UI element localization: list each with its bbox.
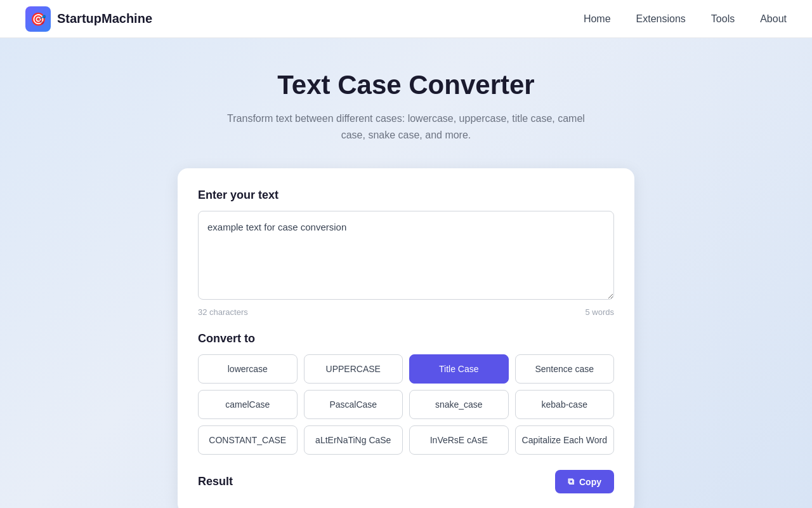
page-title: Text Case Converter — [13, 70, 799, 100]
btn-kebabcase[interactable]: kebab-case — [515, 390, 615, 419]
char-count: 32 characters — [198, 307, 248, 317]
result-title: Result — [198, 475, 233, 488]
hero-section: Text Case Converter Transform text betwe… — [0, 38, 812, 168]
btn-lowercase[interactable]: lowercase — [198, 354, 298, 384]
btn-capitalizewords[interactable]: Capitalize Each Word — [515, 425, 615, 455]
btn-constantcase[interactable]: CONSTANT_CASE — [198, 425, 298, 455]
btn-camelcase[interactable]: camelCase — [198, 390, 298, 419]
btn-alternatingcase[interactable]: aLtErNaTiNg CaSe — [304, 425, 403, 455]
nav-links: Home Extensions Tools About — [584, 13, 787, 25]
convert-grid: lowercase UPPERCASE Title Case Sentence … — [198, 354, 614, 455]
input-section: Enter your text example text for case co… — [198, 189, 614, 317]
copy-label: Copy — [579, 477, 601, 487]
navbar: 🎯 StartupMachine Home Extensions Tools A… — [0, 0, 812, 38]
copy-icon: ⧉ — [568, 476, 574, 487]
nav-tools[interactable]: Tools — [711, 13, 735, 24]
btn-snakecase[interactable]: snake_case — [409, 390, 509, 419]
word-count: 5 words — [585, 307, 614, 317]
convert-section: Convert to lowercase UPPERCASE Title Cas… — [198, 332, 614, 455]
result-section: Result ⧉ Copy — [198, 470, 614, 493]
btn-titlecase[interactable]: Title Case — [409, 354, 509, 384]
copy-button[interactable]: ⧉ Copy — [555, 470, 614, 493]
text-input[interactable]: example text for case conversion — [198, 211, 614, 300]
main-card: Enter your text example text for case co… — [178, 168, 634, 508]
btn-uppercase[interactable]: UPPERCASE — [304, 354, 403, 384]
nav-home[interactable]: Home — [584, 13, 611, 24]
stats-row: 32 characters 5 words — [198, 307, 614, 317]
convert-section-title: Convert to — [198, 332, 614, 345]
btn-pascalcase[interactable]: PascalCase — [304, 390, 403, 419]
btn-inversecase[interactable]: InVeRsE cAsE — [409, 425, 509, 455]
logo-text: StartupMachine — [57, 11, 152, 26]
btn-sentencecase[interactable]: Sentence case — [515, 354, 615, 384]
nav-about[interactable]: About — [760, 13, 787, 24]
input-section-title: Enter your text — [198, 189, 614, 202]
nav-extensions[interactable]: Extensions — [636, 13, 686, 24]
logo-icon: 🎯 — [25, 6, 51, 32]
logo: 🎯 StartupMachine — [25, 6, 152, 32]
hero-subtitle: Transform text between different cases: … — [216, 110, 596, 143]
